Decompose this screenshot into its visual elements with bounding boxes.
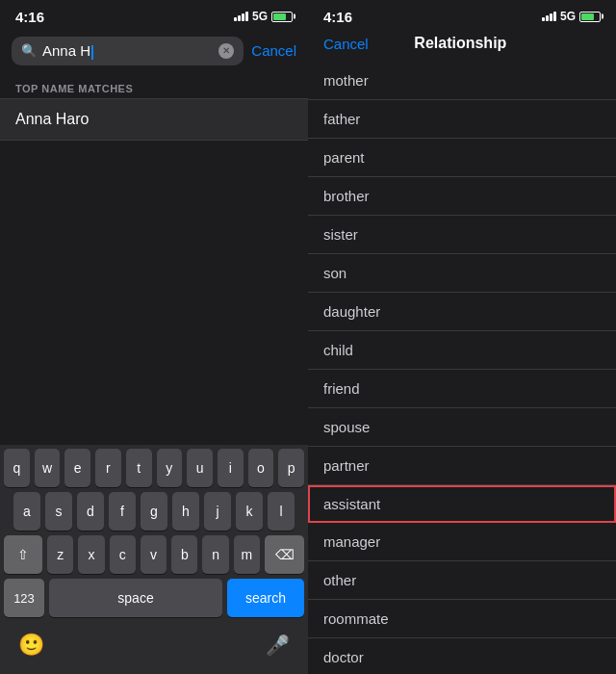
relationship-item[interactable]: child <box>308 331 616 370</box>
key-f[interactable]: f <box>109 492 136 531</box>
left-panel: 4:16 5G 🔍 Anna H ✕ Cancel TOP NAME MATCH… <box>0 0 308 674</box>
key-j[interactable]: j <box>204 492 231 531</box>
relationship-item[interactable]: friend <box>308 370 616 408</box>
key-g[interactable]: g <box>141 492 167 531</box>
key-e[interactable]: e <box>64 449 90 487</box>
battery-icon <box>271 12 293 22</box>
right-battery-icon <box>579 12 601 22</box>
key-p[interactable]: p <box>278 449 304 487</box>
relationship-item[interactable]: doctor <box>308 638 616 674</box>
key-w[interactable]: w <box>35 449 61 487</box>
relationship-item[interactable]: mother <box>308 62 616 100</box>
key-v[interactable]: v <box>141 535 167 574</box>
section-label: TOP NAME MATCHES <box>0 73 308 98</box>
key-h[interactable]: h <box>172 492 199 531</box>
search-bar[interactable]: 🔍 Anna H ✕ <box>12 37 244 65</box>
key-z[interactable]: z <box>47 535 73 574</box>
signal-icon <box>234 12 248 21</box>
name-match-row[interactable]: Anna Haro <box>0 98 308 141</box>
key-s[interactable]: s <box>45 492 72 531</box>
relationship-item[interactable]: manager <box>308 523 616 561</box>
relationship-cancel-button[interactable]: Cancel <box>323 36 369 52</box>
relationship-item[interactable]: spouse <box>308 408 616 447</box>
emoji-key[interactable]: 🙂 <box>12 628 50 662</box>
mic-key[interactable]: 🎤 <box>258 628 296 662</box>
left-status-icons: 5G <box>234 10 293 23</box>
key-r[interactable]: r <box>95 449 121 487</box>
relationship-item[interactable]: parent <box>308 139 616 177</box>
network-label: 5G <box>252 10 268 23</box>
key-i[interactable]: i <box>218 449 244 487</box>
keyboard-row-3: ⇧ z x c v b n m ⌫ <box>4 535 304 574</box>
right-status-bar: 4:16 5G <box>308 0 616 29</box>
search-icon: 🔍 <box>21 43 37 58</box>
key-x[interactable]: x <box>78 535 104 574</box>
key-numbers[interactable]: 123 <box>4 579 44 617</box>
right-network-label: 5G <box>560 10 576 23</box>
key-o[interactable]: o <box>248 449 274 487</box>
key-space[interactable]: space <box>49 579 222 617</box>
clear-button[interactable]: ✕ <box>218 43 234 59</box>
key-y[interactable]: y <box>157 449 183 487</box>
left-time: 4:16 <box>15 9 44 25</box>
key-q[interactable]: q <box>4 449 30 487</box>
key-t[interactable]: t <box>126 449 152 487</box>
right-status-icons: 5G <box>542 10 601 23</box>
key-c[interactable]: c <box>110 535 136 574</box>
relationship-item[interactable]: sister <box>308 216 616 254</box>
key-k[interactable]: k <box>236 492 263 531</box>
right-panel: 4:16 5G Cancel Relationship motherfather… <box>308 0 616 674</box>
key-b[interactable]: b <box>171 535 197 574</box>
keyboard-row-4: 123 space search <box>4 579 304 617</box>
key-l[interactable]: l <box>268 492 295 531</box>
left-status-bar: 4:16 5G <box>0 0 308 29</box>
relationship-item[interactable]: father <box>308 100 616 139</box>
relationship-item[interactable]: brother <box>308 177 616 216</box>
search-key[interactable]: search <box>227 579 304 617</box>
keyboard-row-2: a s d f g h j k l <box>4 492 304 531</box>
relationship-item[interactable]: other <box>308 561 616 600</box>
relationship-item[interactable]: partner <box>308 447 616 485</box>
cancel-button[interactable]: Cancel <box>251 42 296 59</box>
relationship-item[interactable]: daughter <box>308 293 616 331</box>
right-time: 4:16 <box>323 9 352 25</box>
relationship-item[interactable]: roommate <box>308 600 616 638</box>
relationship-title: Relationship <box>414 35 506 52</box>
keyboard: q w e r t y u i o p a s d f g h j k <box>0 445 308 674</box>
relationship-header: Cancel Relationship <box>308 29 616 62</box>
relationship-item[interactable]: assistant <box>308 485 616 523</box>
search-bar-container: 🔍 Anna H ✕ Cancel <box>0 29 308 73</box>
relationship-item[interactable]: son <box>308 254 616 293</box>
search-input[interactable]: Anna H <box>42 42 213 60</box>
keyboard-bottom-bar: 🙂 🎤 <box>0 622 308 674</box>
right-signal-icon <box>542 12 556 21</box>
key-m[interactable]: m <box>234 535 260 574</box>
key-n[interactable]: n <box>202 535 228 574</box>
key-a[interactable]: a <box>13 492 40 531</box>
keyboard-rows: q w e r t y u i o p a s d f g h j k <box>0 449 308 617</box>
key-shift[interactable]: ⇧ <box>4 535 42 574</box>
key-d[interactable]: d <box>77 492 104 531</box>
key-backspace[interactable]: ⌫ <box>265 535 304 574</box>
relationship-list: motherfatherparentbrothersistersondaught… <box>308 62 616 674</box>
key-u[interactable]: u <box>187 449 213 487</box>
keyboard-row-1: q w e r t y u i o p <box>4 449 304 487</box>
